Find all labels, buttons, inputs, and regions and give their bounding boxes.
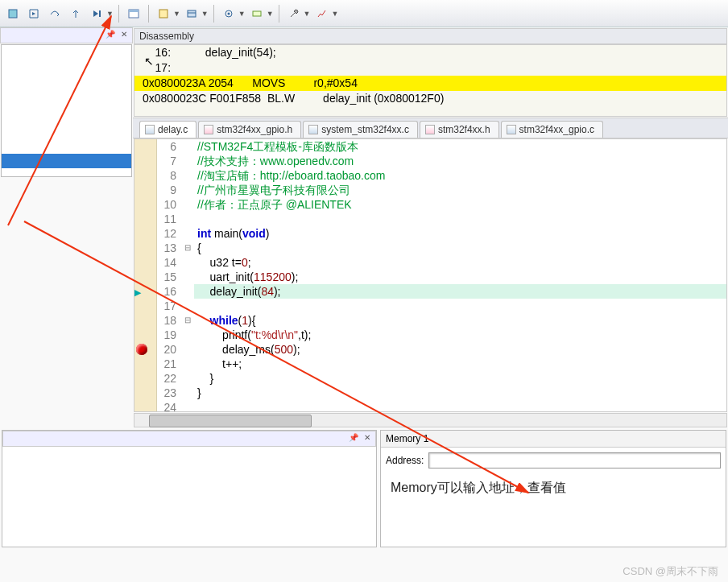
project-tree[interactable] (1, 44, 132, 177)
tb-serial[interactable] (247, 4, 267, 23)
close-icon[interactable]: ✕ (118, 30, 130, 41)
memory-title: Memory 1 (381, 431, 726, 448)
tb-tools[interactable] (284, 4, 304, 23)
output-panel[interactable]: 📌 ✕ (2, 430, 377, 547)
memory-panel: Memory 1 Address: Memory可以输入地址，查看值 (380, 430, 726, 547)
tab-stm32f4xx-h[interactable]: stm32f4xx.h (420, 121, 499, 138)
svg-rect-9 (253, 11, 261, 16)
tab-stm32f4xx_gpio-h[interactable]: stm32f4xx_gpio.h (198, 121, 301, 138)
svg-rect-4 (159, 10, 168, 18)
tb-mem[interactable] (182, 4, 201, 23)
tb-stepover[interactable] (45, 4, 64, 23)
dropdown-icon[interactable]: ▼ (106, 10, 114, 18)
project-selected-item[interactable] (2, 154, 131, 168)
svg-rect-5 (188, 10, 196, 17)
tb-step[interactable] (24, 4, 43, 23)
tb-reset[interactable] (3, 4, 23, 23)
watermark: CSDN @周末不下雨 (623, 564, 718, 579)
code-editor[interactable]: ▶ 678910111213141516171819202122232425 ⊟… (134, 138, 727, 412)
dropdown-icon[interactable]: ▼ (304, 10, 311, 18)
address-label: Address: (386, 455, 424, 466)
dropdown-icon[interactable]: ▼ (201, 10, 209, 18)
tb-runto[interactable] (87, 4, 106, 23)
tab-delay-c[interactable]: delay.c (139, 121, 196, 138)
memory-note: Memory可以输入地址，查看值 (381, 473, 726, 503)
disassembly-title: Disassembly (134, 28, 727, 44)
tab-system_stm32f4xx-c[interactable]: system_stm32f4xx.c (303, 121, 418, 138)
svg-rect-3 (129, 10, 139, 12)
dropdown-icon[interactable]: ▼ (332, 10, 339, 18)
dropdown-icon[interactable]: ▼ (173, 10, 180, 18)
tb-regs[interactable] (154, 4, 173, 23)
debug-toolbar: ▼ ▼ ▼ ▼ ▼ ▼ ▼ (0, 0, 728, 27)
tb-watch[interactable] (219, 4, 238, 23)
cursor-icon: ↖ (144, 55, 154, 68)
pin-icon[interactable]: 📌 (105, 30, 116, 41)
tb-window[interactable] (124, 4, 143, 23)
dropdown-icon[interactable]: ▼ (238, 10, 246, 18)
tb-analyze[interactable] (312, 4, 332, 23)
svg-rect-1 (99, 10, 101, 17)
dropdown-icon[interactable]: ▼ (267, 10, 274, 18)
panel-dock-header: 📌 ✕ (0, 27, 133, 43)
svg-rect-0 (9, 10, 17, 18)
address-input[interactable] (428, 452, 721, 468)
horizontal-scrollbar[interactable] (134, 413, 727, 427)
editor-tabs: delay.cstm32f4xx_gpio.hsystem_stm32f4xx.… (133, 118, 728, 138)
pin-icon[interactable]: 📌 (348, 433, 359, 444)
svg-point-8 (227, 12, 230, 14)
tab-stm32f4xx_gpio-c[interactable]: stm32f4xx_gpio.c (501, 121, 603, 138)
close-icon[interactable]: ✕ (362, 433, 373, 444)
disassembly-view[interactable]: ↖ 16: delay_init(54); 17:0x0800023A 2054… (134, 44, 727, 117)
tb-stepout[interactable] (66, 4, 85, 23)
project-panel-col: 📌 ✕ (0, 27, 133, 428)
